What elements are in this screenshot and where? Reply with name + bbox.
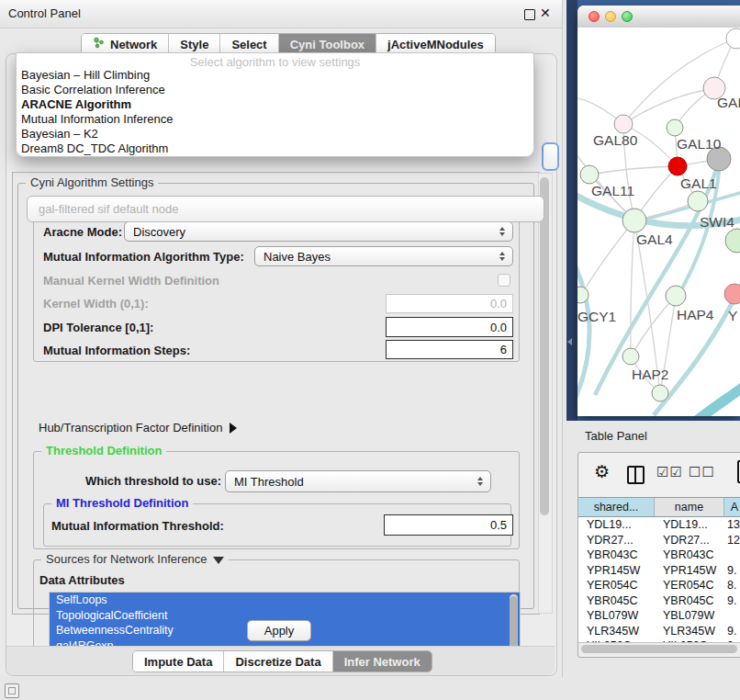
node-label: GAL11 bbox=[591, 183, 634, 198]
node-gal1[interactable] bbox=[688, 191, 708, 211]
tab-select[interactable]: Select bbox=[220, 34, 278, 54]
node-unlabeled2[interactable] bbox=[652, 385, 668, 401]
cyni-algorithm-settings-title: Cyni Algorithm Settings bbox=[26, 175, 158, 189]
mi-algorithm-type-combo[interactable]: Naive Bayes bbox=[254, 246, 513, 266]
which-threshold-combo[interactable]: MI Threshold bbox=[225, 470, 491, 492]
cell: 9. bbox=[724, 563, 740, 579]
node-swi4[interactable] bbox=[725, 229, 740, 253]
zoom-window-button[interactable] bbox=[622, 11, 633, 22]
select-all-checkboxes-icon[interactable]: ☑☑ bbox=[656, 464, 683, 480]
network-graph: GAL GAL80 GAL10 GAL1 SWI4 GAL11 GAL4 GCY… bbox=[577, 28, 740, 416]
node-hap2[interactable] bbox=[622, 348, 639, 365]
apply-button[interactable]: Apply bbox=[247, 620, 311, 641]
tab-impute-data[interactable]: Impute Data bbox=[133, 651, 224, 672]
algorithm-combo-fragment[interactable] bbox=[542, 142, 559, 171]
algorithm-dropdown: Select algorithm to view settings Bayesi… bbox=[16, 52, 534, 157]
kernel-width-field[interactable] bbox=[386, 294, 513, 313]
settings-scrollbar-thumb[interactable] bbox=[540, 177, 549, 515]
algorithm-option[interactable]: Bayesian – Hill Climbing bbox=[17, 68, 533, 83]
node-label: GCY1 bbox=[577, 309, 616, 324]
algorithm-option[interactable]: Mutual Information Inference bbox=[17, 112, 533, 127]
column-header-name[interactable]: name bbox=[655, 498, 724, 516]
cell bbox=[724, 608, 740, 624]
list-scrollbar[interactable] bbox=[510, 594, 518, 651]
column-header-partial[interactable]: A bbox=[724, 498, 740, 516]
manual-kernel-checkbox[interactable] bbox=[498, 274, 510, 287]
cell: YLR345W bbox=[655, 624, 724, 639]
node-label: GAL bbox=[717, 95, 740, 110]
tab-infer-network[interactable]: Infer Network bbox=[333, 651, 432, 672]
table-hscrollbar[interactable] bbox=[578, 642, 740, 655]
node-gal80[interactable] bbox=[614, 115, 633, 133]
float-panel-icon[interactable] bbox=[524, 9, 535, 20]
tab-cyni-toolbox[interactable]: Cyni Toolbox bbox=[279, 34, 376, 54]
settings-scrollbar[interactable] bbox=[538, 173, 553, 614]
cell: YBR045C bbox=[578, 593, 655, 609]
table-row[interactable]: YER054CYER054C8. bbox=[578, 578, 740, 593]
table-row[interactable]: YBR043CYBR043C bbox=[578, 548, 740, 563]
node-unlabeled[interactable] bbox=[726, 28, 740, 49]
aracne-mode-combo[interactable]: Discovery bbox=[124, 221, 513, 242]
which-threshold-value: MI Threshold bbox=[234, 475, 304, 489]
dpi-tolerance-field[interactable] bbox=[386, 317, 513, 337]
mi-steps-label: Mutual Information Steps: bbox=[43, 344, 190, 357]
list-item[interactable]: SelfLoops bbox=[50, 593, 520, 608]
close-icon[interactable]: ✕ bbox=[540, 6, 551, 20]
algorithm-option-selected[interactable]: ARACNE Algorithm bbox=[17, 97, 533, 112]
network-canvas[interactable]: GAL GAL80 GAL10 GAL1 SWI4 GAL11 GAL4 GCY… bbox=[577, 28, 740, 416]
node-red[interactable] bbox=[668, 157, 687, 175]
algorithm-option[interactable]: Basic Correlation Inference bbox=[17, 83, 533, 97]
mi-threshold-definition-group: MI Threshold Definition Mutual Informati… bbox=[43, 503, 511, 547]
tab-discretize-data-label: Discretize Data bbox=[235, 655, 320, 669]
column-header-shared-name[interactable]: shared... bbox=[578, 498, 655, 516]
minimize-window-button[interactable] bbox=[605, 11, 616, 22]
threshold-definition-group: Threshold Definition Which threshold to … bbox=[33, 451, 520, 549]
table-row[interactable]: YPR145WYPR145W9. bbox=[578, 563, 740, 579]
deselect-all-checkboxes-icon[interactable]: ☐☐ bbox=[689, 464, 715, 480]
columns-icon[interactable] bbox=[627, 466, 645, 484]
collapsed-panel-icon[interactable] bbox=[5, 683, 19, 698]
tab-style[interactable]: Style bbox=[169, 34, 220, 54]
node-hap4[interactable] bbox=[666, 286, 686, 306]
gear-icon[interactable]: ⚙ bbox=[594, 461, 610, 482]
list-scrollbar-thumb[interactable] bbox=[510, 596, 518, 648]
network-view-window: GAL GAL80 GAL10 GAL1 SWI4 GAL11 GAL4 GCY… bbox=[577, 6, 740, 416]
hub-tf-label: Hub/Transcription Factor Definition bbox=[39, 421, 222, 435]
table-row[interactable]: YBR045CYBR045C9. bbox=[578, 593, 740, 609]
algorithm-option[interactable]: Dream8 DC_TDC Algorithm bbox=[17, 141, 533, 156]
close-window-button[interactable] bbox=[589, 11, 600, 22]
hub-tf-section-toggle[interactable]: Hub/Transcription Factor Definition bbox=[39, 421, 237, 435]
tab-network-label: Network bbox=[110, 38, 157, 51]
tab-jactivemnodules-label: jActiveMNodules bbox=[387, 38, 484, 51]
tab-network[interactable]: Network bbox=[82, 34, 169, 54]
table-row[interactable]: YLR345WYLR345W9. bbox=[578, 624, 740, 639]
splitter-collapse-icon[interactable] bbox=[567, 338, 572, 345]
cell: YPR145W bbox=[655, 563, 724, 579]
data-attributes-label: Data Attributes bbox=[39, 573, 125, 587]
node-gal11[interactable] bbox=[580, 165, 599, 184]
tab-infer-network-label: Infer Network bbox=[344, 655, 420, 669]
threshold-definition-title: Threshold Definition bbox=[41, 444, 166, 457]
panel-title: Control Panel bbox=[8, 6, 81, 20]
cell: YPR145W bbox=[578, 563, 655, 579]
table-row[interactable]: YDL19...YDL19...13 bbox=[578, 517, 740, 533]
screen: Control Panel ✕ Network Style Se bbox=[0, 0, 740, 700]
tab-discretize-data[interactable]: Discretize Data bbox=[224, 651, 332, 672]
table-row[interactable]: YDR27...YDR27...12 bbox=[578, 533, 740, 548]
table-row[interactable]: YBL079WYBL079W bbox=[578, 608, 740, 624]
aracne-mode-label: Aracne Mode: bbox=[43, 225, 122, 239]
table-hscrollbar-thumb[interactable] bbox=[581, 645, 737, 653]
mi-threshold-field[interactable] bbox=[384, 514, 513, 536]
node-gal10[interactable] bbox=[667, 119, 683, 136]
algorithm-option[interactable]: Bayesian – K2 bbox=[17, 127, 533, 141]
table-data-combo[interactable]: gal-filtered sif default node bbox=[27, 196, 544, 222]
node-y[interactable] bbox=[724, 284, 740, 304]
cell: 12 bbox=[724, 533, 740, 548]
mi-algorithm-type-value: Naive Bayes bbox=[263, 250, 331, 264]
tab-jactivemnodules[interactable]: jActiveMNodules bbox=[376, 34, 495, 54]
mi-steps-field[interactable] bbox=[386, 340, 513, 359]
node-gal4[interactable] bbox=[622, 209, 646, 232]
network-window-titlebar[interactable] bbox=[577, 6, 740, 28]
sources-title[interactable]: Sources for Network Inference bbox=[41, 552, 229, 566]
tab-impute-data-label: Impute Data bbox=[144, 655, 212, 669]
